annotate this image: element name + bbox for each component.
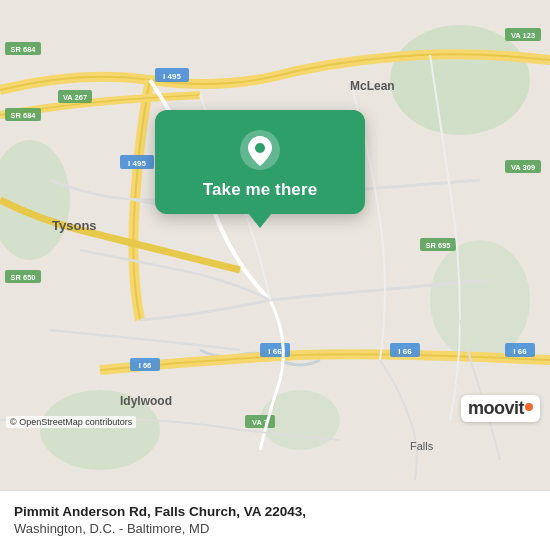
svg-point-1 — [390, 25, 530, 135]
svg-point-40 — [255, 143, 265, 153]
svg-text:Falls: Falls — [410, 440, 434, 452]
bottom-bar: Pimmit Anderson Rd, Falls Church, VA 220… — [0, 490, 550, 550]
svg-text:I 495: I 495 — [128, 159, 146, 168]
moovit-text: moovit — [468, 398, 524, 419]
location-pin-icon — [238, 128, 282, 172]
svg-text:VA 309: VA 309 — [511, 163, 535, 172]
svg-text:SR 650: SR 650 — [10, 273, 35, 282]
moovit-logo: moovit — [461, 395, 540, 422]
svg-text:SR 684: SR 684 — [10, 111, 36, 120]
svg-text:I 66: I 66 — [268, 347, 282, 356]
map-container: I 495 I 495 I 66 I 66 I 66 VA 267 SR 684… — [0, 0, 550, 490]
svg-text:I 495: I 495 — [163, 72, 181, 81]
moovit-dot — [525, 403, 533, 411]
svg-text:Tysons: Tysons — [52, 218, 97, 233]
svg-text:I 66: I 66 — [139, 361, 152, 370]
city-line: Washington, D.C. - Baltimore, MD — [14, 521, 536, 538]
svg-text:I 66: I 66 — [513, 347, 527, 356]
svg-text:McLean: McLean — [350, 79, 395, 93]
svg-text:SR 695: SR 695 — [425, 241, 450, 250]
svg-text:Idylwood: Idylwood — [120, 394, 172, 408]
svg-text:VA 123: VA 123 — [511, 31, 535, 40]
popup-label: Take me there — [203, 180, 317, 200]
address-line: Pimmit Anderson Rd, Falls Church, VA 220… — [14, 503, 536, 521]
popup-card[interactable]: Take me there — [155, 110, 365, 214]
osm-attribution: © OpenStreetMap contributors — [6, 416, 136, 428]
svg-text:VA 267: VA 267 — [63, 93, 87, 102]
svg-point-4 — [430, 240, 530, 360]
svg-text:SR 684: SR 684 — [10, 45, 36, 54]
svg-text:I 66: I 66 — [398, 347, 412, 356]
